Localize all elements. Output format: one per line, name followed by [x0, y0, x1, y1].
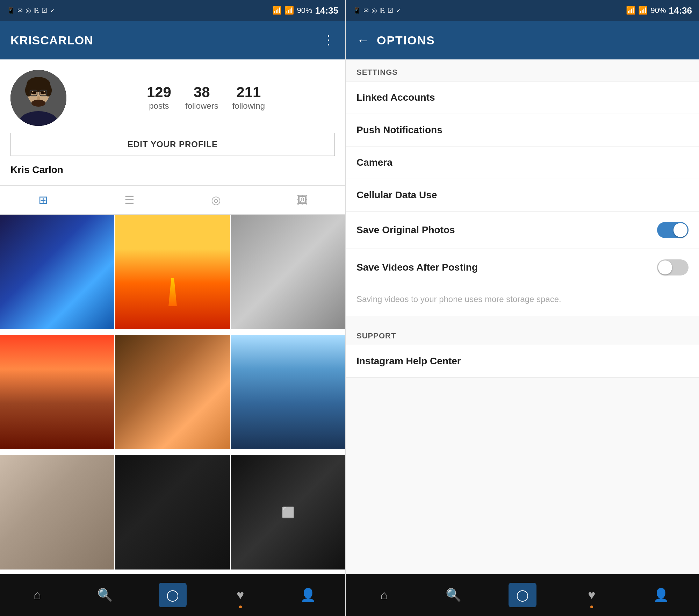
rdio-icon-r: ℝ	[380, 7, 385, 14]
following-stat: 211 following	[232, 85, 265, 111]
time-right: 14:36	[669, 5, 692, 16]
grid-photo-4[interactable]	[0, 335, 114, 449]
camera-icon-r: ◯	[516, 588, 529, 602]
check-icon-r: ✓	[396, 7, 401, 14]
grid-photo-8[interactable]	[115, 455, 230, 569]
status-icons-right: 📱 ✉ ◎ ℝ ☑ ✓	[353, 7, 401, 14]
nav-search-r[interactable]: 🔍	[439, 581, 467, 609]
followers-count: 38	[194, 85, 210, 100]
menu-button[interactable]: ⋮	[322, 33, 335, 48]
push-notifications-item[interactable]: Push Notifications	[346, 114, 699, 146]
grid-photo-6[interactable]	[231, 335, 345, 449]
profile-section: 129 posts 38 followers 211 following EDI…	[0, 59, 345, 185]
avatar	[10, 70, 66, 126]
grid-photo-2[interactable]	[115, 215, 230, 329]
activity-dot	[239, 606, 242, 608]
save-videos-item[interactable]: Save Videos After Posting	[346, 249, 699, 286]
activity-dot-r	[590, 606, 593, 608]
tab-grid[interactable]: ⊞	[0, 186, 86, 214]
home-icon: ⌂	[34, 588, 41, 602]
nav-camera-r[interactable]: ◯	[509, 583, 536, 607]
mail-icon-r: ✉	[363, 7, 369, 14]
person-icon: 👤	[300, 588, 316, 602]
nav-camera[interactable]: ◯	[159, 583, 187, 607]
cellular-data-label: Cellular Data Use	[356, 189, 437, 201]
profile-header: KRISCARLON ⋮	[0, 21, 345, 59]
right-panel: 📱 ✉ ◎ ℝ ☑ ✓ 📶 📶 90% 14:36 ← OPTIONS SETT…	[346, 0, 699, 616]
posts-label: posts	[149, 101, 169, 111]
battery-left: 90%	[297, 6, 312, 15]
tab-tagged[interactable]: 🖼	[259, 186, 345, 214]
push-notifications-label: Push Notifications	[356, 124, 442, 136]
search-icon: 🔍	[97, 588, 113, 602]
screen-icon-r: 📱	[353, 7, 361, 14]
nav-home-r[interactable]: ⌂	[370, 581, 398, 609]
grid-photo-9[interactable]: ⬜	[231, 455, 345, 569]
nav-profile[interactable]: 👤	[294, 581, 322, 609]
nav-profile-r[interactable]: 👤	[647, 581, 675, 609]
grid-photo-7[interactable]	[0, 455, 114, 569]
svg-rect-5	[32, 92, 36, 94]
options-title: OPTIONS	[377, 34, 435, 47]
svg-rect-6	[41, 92, 45, 94]
avatar-image	[10, 70, 66, 126]
svg-point-11	[31, 100, 45, 107]
check-icon: ✓	[50, 7, 55, 14]
tab-location[interactable]: ◎	[173, 186, 259, 214]
nav-activity-r[interactable]: ♥	[578, 581, 606, 609]
status-info-left: 📶 📶 90% 14:35	[272, 5, 338, 16]
video-camera-icon: ⬜	[282, 506, 295, 518]
wifi-icon: 📶	[272, 6, 282, 15]
camera-item[interactable]: Camera	[346, 146, 699, 179]
linked-accounts-item[interactable]: Linked Accounts	[346, 81, 699, 114]
mail-icon: ✉	[17, 7, 23, 14]
linked-accounts-label: Linked Accounts	[356, 92, 435, 103]
view-tabs: ⊞ ☰ ◎ 🖼	[0, 185, 345, 215]
grid-photo-3[interactable]	[231, 215, 345, 329]
signal-icon: 📶	[284, 6, 294, 15]
help-center-label: Instagram Help Center	[356, 356, 461, 367]
photo-grid: ⬜	[0, 215, 345, 574]
task-icon: ☑	[42, 7, 47, 14]
battery-right: 90%	[650, 6, 666, 15]
save-videos-toggle[interactable]	[657, 259, 689, 275]
list-icon: ☰	[124, 193, 135, 207]
save-original-toggle[interactable]	[657, 222, 689, 238]
grid-photo-5[interactable]	[115, 335, 230, 449]
following-label: following	[232, 101, 265, 111]
status-bar-left: 📱 ✉ ◎ ℝ ☑ ✓ 📶 📶 90% 14:35	[0, 0, 345, 21]
person-icon-r: 👤	[653, 588, 669, 602]
signal-icon-r: 📶	[638, 6, 648, 15]
nav-home[interactable]: ⌂	[23, 581, 51, 609]
status-info-right: 📶 📶 90% 14:36	[626, 5, 692, 16]
options-header: ← OPTIONS	[346, 21, 699, 59]
save-original-photos-item[interactable]: Save Original Photos	[346, 212, 699, 249]
followers-stat: 38 followers	[185, 85, 218, 111]
search-icon-r: 🔍	[446, 588, 461, 602]
save-videos-label: Save Videos After Posting	[356, 262, 478, 273]
time-left: 14:35	[315, 5, 339, 16]
save-original-toggle-knob	[673, 223, 687, 237]
followers-label: followers	[185, 101, 218, 111]
nav-activity[interactable]: ♥	[226, 581, 254, 609]
screen-icon: 📱	[7, 7, 15, 14]
avatar-svg	[10, 70, 66, 126]
bottom-nav-right: ⌂ 🔍 ◯ ♥ 👤	[346, 574, 699, 616]
help-center-item[interactable]: Instagram Help Center	[346, 345, 699, 378]
shazam-icon-r: ◎	[372, 7, 377, 14]
grid-photo-1[interactable]	[0, 215, 114, 329]
posts-stat: 129 posts	[147, 85, 171, 111]
nav-search[interactable]: 🔍	[91, 581, 119, 609]
cellular-data-item[interactable]: Cellular Data Use	[346, 179, 699, 212]
home-icon-r: ⌂	[380, 588, 388, 602]
tab-list[interactable]: ☰	[86, 186, 173, 214]
profile-top: 129 posts 38 followers 211 following	[10, 70, 335, 126]
edit-profile-button[interactable]: EDIT YOUR PROFILE	[10, 133, 335, 156]
grid-icon: ⊞	[38, 193, 48, 207]
tagged-icon: 🖼	[297, 194, 308, 207]
back-button[interactable]: ←	[356, 33, 370, 48]
rdio-icon: ℝ	[34, 7, 39, 14]
shazam-icon: ◎	[26, 7, 31, 14]
support-section-header: SUPPORT	[346, 323, 699, 345]
following-count: 211	[236, 85, 261, 100]
